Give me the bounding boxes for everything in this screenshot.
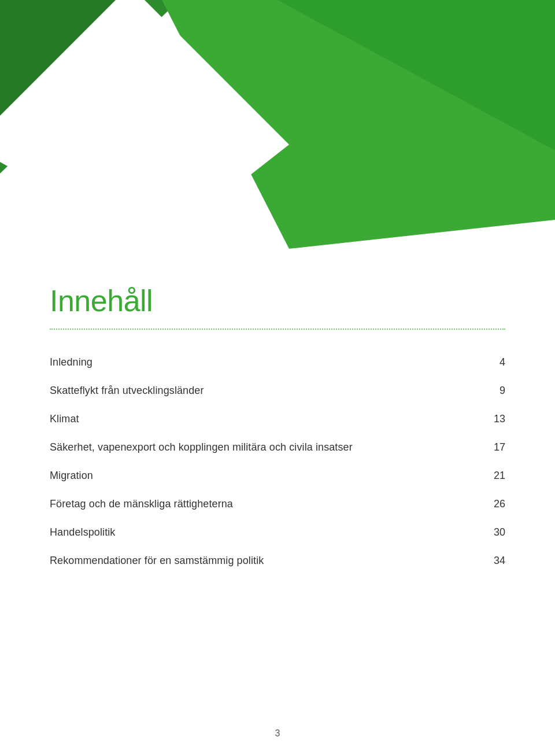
toc-item: Säkerhet, vapenexport och kopplingen mil…	[50, 433, 505, 462]
toc-item: Inledning4	[50, 348, 505, 377]
toc-item-page: 13	[494, 413, 505, 425]
toc-item: Rekommendationer för en samstämmig polit…	[50, 547, 505, 575]
toc-item-page: 4	[500, 356, 505, 368]
toc-item: Handelspolitik30	[50, 518, 505, 547]
toc-item-page: 26	[494, 498, 505, 510]
toc-item-label: Företag och de mänskliga rättigheterna	[50, 498, 233, 510]
toc-list: Inledning4Skatteflykt från utvecklingslä…	[50, 348, 505, 575]
toc-item-label: Inledning	[50, 356, 92, 368]
toc-item-label: Rekommendationer för en samstämmig polit…	[50, 555, 264, 567]
dot-divider	[50, 329, 505, 330]
content-area: Innehåll Inledning4Skatteflykt från utve…	[50, 283, 505, 575]
toc-item-page: 9	[500, 385, 505, 397]
toc-item-label: Säkerhet, vapenexport och kopplingen mil…	[50, 441, 353, 453]
page-number: 3	[275, 728, 280, 739]
toc-item-page: 34	[494, 555, 505, 567]
top-decoration	[0, 0, 555, 249]
toc-item-label: Skatteflykt från utvecklingsländer	[50, 385, 204, 397]
toc-item: Migration21	[50, 462, 505, 490]
toc-item-label: Migration	[50, 470, 93, 482]
toc-item: Företag och de mänskliga rättigheterna26	[50, 490, 505, 518]
toc-item: Klimat13	[50, 405, 505, 433]
toc-item-label: Klimat	[50, 413, 79, 425]
page-title: Innehåll	[50, 283, 505, 318]
toc-item-page: 17	[494, 441, 505, 453]
toc-item-page: 30	[494, 526, 505, 539]
toc-item-label: Handelspolitik	[50, 526, 115, 539]
toc-item-page: 21	[494, 470, 505, 482]
toc-item: Skatteflykt från utvecklingsländer9	[50, 377, 505, 405]
